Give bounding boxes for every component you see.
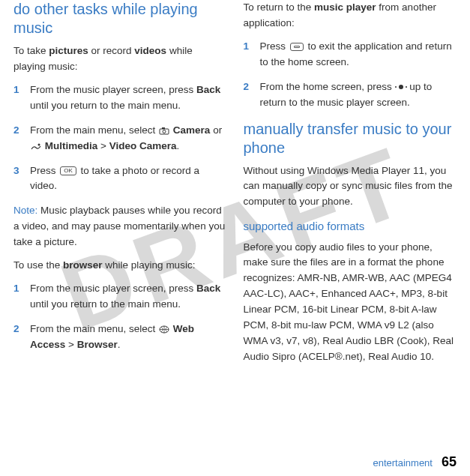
text: From the home screen, press [260,81,395,92]
step-b2: 2 From the main menu, select Web Access … [13,322,227,353]
bold-videos: videos [134,45,166,56]
note-paragraph: Note: Music playback pauses while you re… [13,203,227,250]
label-camera: Camera [173,124,211,136]
right-column: To return to the music player from anoth… [244,0,457,476]
heading-other-tasks: do other tasks while playing music [13,0,227,37]
text: From the music player screen, press [30,84,196,95]
step-number: 3 [13,163,30,195]
intro-browser: To use the browser while playing music: [13,258,227,274]
text: > [65,339,76,350]
key-back: Back [196,84,220,95]
ok-key-icon: OK [60,166,76,175]
home-key-icon [290,43,304,51]
step-number: 2 [244,79,260,111]
left-column: do other tasks while playing music To ta… [13,0,227,476]
step-number: 1 [13,281,30,313]
step-a3: 3 Press OK to take a photo or record a v… [13,163,227,195]
intro-pictures: To take pictures or record videos while … [13,43,227,75]
subheading-formats: supported audio formats [244,217,457,235]
text: . [176,140,179,151]
bold-music-player: music player [314,1,376,13]
text: From the main menu, select [30,124,158,136]
step-c1: 1 Press to exit the application and retu… [244,39,457,70]
note-label: Note: [13,205,37,216]
bold-pictures: pictures [49,45,88,56]
text: or [210,124,222,136]
para-manual-transfer: Without using Windows Media Player 11, y… [244,163,457,211]
key-back: Back [196,283,220,294]
step-body: From the music player screen, press Back… [30,82,227,114]
text: . [118,339,121,350]
text: From the music player screen, press [30,283,196,294]
camera-icon [159,127,169,135]
label-video-camera: Video Camera [109,140,177,151]
step-body: Press to exit the application and return… [260,39,457,70]
label-browser: Browser [77,339,118,350]
text: To return to the [244,1,315,13]
step-number: 1 [244,39,260,70]
svg-point-3 [38,143,40,145]
para-formats: Before you copy audio files to your phon… [244,240,457,365]
text: or record [88,45,135,56]
text: Press [260,40,289,52]
svg-rect-2 [162,127,165,129]
note-text: Music playback pauses while you record a… [13,205,225,247]
text: To use the [13,259,63,271]
label-multimedia: Multimedia [45,140,98,151]
step-body: From the music player screen, press Back… [30,281,227,313]
page-content: do other tasks while playing music To ta… [0,0,470,476]
step-b1: 1 From the music player screen, press Ba… [13,281,227,313]
multimedia-icon [31,142,41,151]
text: until you return to the main menu. [30,298,181,310]
text: while playing music: [103,259,196,271]
text: until you return to the main menu. [30,100,181,111]
step-number: 2 [13,123,30,154]
nav-key-icon [399,85,403,89]
step-a1: 1 From the music player screen, press Ba… [13,82,227,114]
web-icon [159,325,169,334]
step-c2: 2 From the home screen, press up to retu… [244,79,457,111]
text: Press [30,165,58,176]
text: From the main menu, select [30,323,158,334]
step-body: Press OK to take a photo or record a vid… [30,163,227,195]
text: To take [13,45,49,56]
step-number: 1 [13,82,30,114]
step-body: From the main menu, select Web Access > … [30,322,227,353]
step-a2: 2 From the main menu, select Camera or M… [13,123,227,154]
step-body: From the main menu, select Camera or Mul… [30,123,227,154]
text: > [97,140,109,151]
heading-manual-transfer: manually transfer music to your phone [244,120,457,157]
svg-point-1 [163,130,166,133]
intro-return: To return to the music player from anoth… [244,0,457,31]
bold-browser: browser [63,259,103,271]
step-number: 2 [13,322,30,353]
step-body: From the home screen, press up to return… [260,79,457,111]
